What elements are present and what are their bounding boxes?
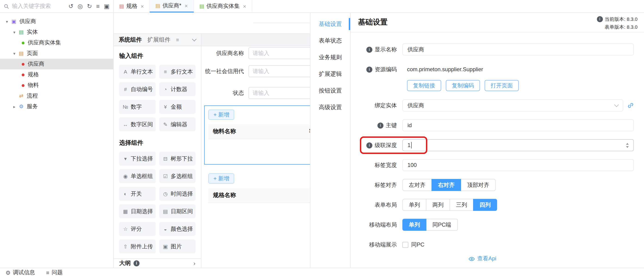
tree-item-entity-folder[interactable]: ▾ ▤ 实体 — [0, 27, 113, 38]
nav-extension-logic[interactable]: 扩展逻辑 — [310, 66, 350, 82]
tree-item-page-material[interactable]: 物料 — [0, 80, 113, 91]
palette-item-dropdown-select[interactable]: ▾下拉选择 — [119, 152, 156, 166]
tab-supplier[interactable]: ▤ 供应商* × — [150, 0, 194, 13]
export-icon[interactable]: ▣ — [104, 3, 110, 9]
palette-item-switch[interactable]: ◐开关 — [119, 187, 156, 201]
caret-right-icon[interactable]: ▸ — [11, 104, 18, 109]
palette-item-file-upload[interactable]: ⇧附件上传 — [119, 239, 156, 253]
tree-item-page-spec[interactable]: 规格 — [0, 69, 113, 80]
subtable-material-selected[interactable]: + 新增 物料名称 S — [204, 105, 310, 165]
tree-item-page-folder[interactable]: ▾ ▤ 页面 — [0, 48, 113, 59]
canvas-field-status[interactable]: 状态 请输入 — [202, 87, 310, 99]
nav-basic-settings[interactable]: 基础设置 — [310, 16, 350, 32]
text-input[interactable]: 请输入 — [248, 87, 310, 99]
copy-code-button[interactable]: 复制编码 — [446, 80, 480, 91]
tab-system-components[interactable]: 系统组件 — [119, 36, 142, 44]
add-row-button[interactable]: + 新增 — [208, 173, 234, 184]
add-row-button[interactable]: + 新增 — [208, 110, 234, 120]
close-icon[interactable]: × — [243, 3, 246, 10]
tree-item-page-supplier[interactable]: 供应商 — [0, 59, 113, 69]
list-icon[interactable]: ≡ — [176, 37, 179, 43]
palette-item-color-picker[interactable]: ◒颜色选择 — [159, 222, 196, 236]
close-icon[interactable]: × — [184, 3, 188, 9]
palette-item-single-line-text[interactable]: A单行文本 — [119, 65, 156, 79]
info-icon[interactable]: i — [366, 47, 372, 53]
caret-down-icon[interactable]: ▾ — [11, 51, 18, 56]
cascade-depth-input[interactable]: 1 — [402, 139, 634, 151]
problems-button[interactable]: ≡ 问题 — [46, 269, 63, 276]
palette-item-multi-line-text[interactable]: ≡多行文本 — [159, 65, 196, 79]
debug-info-button[interactable]: ⚙ 调试信息 — [6, 269, 35, 276]
info-icon[interactable]: i — [378, 122, 384, 128]
subtable-spec[interactable]: + 新增 规格名称 — [204, 169, 310, 228]
palette-item-auto-number[interactable]: #自动编号 — [119, 82, 156, 96]
info-icon[interactable]: i — [366, 142, 372, 148]
align-left-button[interactable]: 左对齐 — [402, 179, 432, 191]
palette-item-date-picker[interactable]: ▦日期选择 — [119, 204, 156, 218]
step-up-icon[interactable] — [626, 143, 629, 145]
mobile-same-pc-button[interactable]: 同PC端 — [426, 219, 458, 231]
nav-button-settings[interactable]: 按钮设置 — [310, 82, 350, 99]
palette-item-checkbox-group[interactable]: ☑多选框组 — [159, 169, 196, 183]
mobile-one-col-button[interactable]: 单列 — [402, 219, 426, 231]
label-width-input[interactable]: 100 — [402, 159, 634, 171]
layout-three-col-button[interactable]: 三列 — [450, 199, 474, 211]
canvas-field-credit-code[interactable]: 统一社会信用代 请输入 — [202, 65, 310, 77]
tree-item-process[interactable]: ⇄ 流程 — [0, 91, 113, 101]
search-area[interactable]: 输入关键字搜索 ↺ ◎ ↻ ≡ ▣ — [0, 0, 114, 13]
layout-four-col-button[interactable]: 四列 — [473, 199, 497, 211]
open-page-button[interactable]: 打开页面 — [484, 80, 519, 91]
shield-check-icon[interactable]: ◎ — [78, 3, 83, 9]
close-icon[interactable]: × — [141, 3, 144, 10]
view-api-link[interactable]: 查看Api — [468, 255, 644, 263]
tree-item-supplier-root[interactable]: ▾ ▣ 供应商 — [0, 16, 113, 27]
palette-item-radio-group[interactable]: ◉单选框组 — [119, 169, 156, 183]
mobile-layout-group: 单列 同PC端 — [402, 219, 458, 231]
layout-two-col-button[interactable]: 两列 — [426, 199, 450, 211]
primary-key-input[interactable]: id — [402, 119, 634, 131]
align-right-button[interactable]: 右对齐 — [432, 179, 461, 191]
chevron-right-icon[interactable]: › — [193, 260, 196, 267]
palette-item-time-picker[interactable]: ◷时间选择 — [159, 187, 196, 201]
copy-link-button[interactable]: 复制链接 — [407, 80, 441, 91]
tree-item-supplier-entity-set[interactable]: 供应商实体集 — [0, 38, 113, 48]
tree-item-service[interactable]: ▸ ⚙ 服务 — [0, 101, 113, 112]
nav-advanced-settings[interactable]: 高级设置 — [310, 99, 350, 116]
tab-spec[interactable]: ▤ 规格 × — [114, 0, 150, 13]
palette-item-tree-select[interactable]: ⊟树形下拉 — [159, 152, 196, 166]
palette-item-number-range[interactable]: ↔数字区间 — [119, 117, 156, 131]
same-pc-checkbox[interactable] — [402, 242, 408, 248]
caret-down-icon[interactable]: ▾ — [11, 30, 18, 35]
palette-item-number[interactable]: №数字 — [119, 100, 156, 114]
checkbox-label: 同PC — [411, 241, 424, 248]
canvas-field-supplier-name[interactable]: 供应商名称 请输入 — [202, 47, 310, 59]
field-label: 显示名称 — [375, 46, 397, 53]
tab-extension-components[interactable]: 扩展组件 — [147, 36, 170, 44]
number-stepper[interactable] — [622, 143, 629, 148]
chevron-down-icon[interactable] — [192, 37, 196, 41]
outline-footer[interactable]: 大纲 i › — [114, 258, 202, 268]
nav-business-rules[interactable]: 业务规则 — [310, 49, 350, 66]
caret-down-icon[interactable]: ▾ — [4, 19, 10, 24]
info-icon[interactable]: i — [366, 66, 372, 72]
palette-item-currency[interactable]: ¥金额 — [159, 100, 196, 114]
link-icon[interactable] — [627, 102, 634, 109]
palette-item-date-range[interactable]: ▤日期区间 — [159, 204, 196, 218]
text-input[interactable]: 请输入 — [248, 65, 310, 77]
palette-item-image[interactable]: ▣图片 — [159, 239, 196, 253]
list-settings-icon[interactable]: ≡ — [96, 3, 100, 9]
align-top-button[interactable]: 顶部对齐 — [460, 179, 496, 191]
palette-item-counter[interactable]: ◔计数器 — [159, 82, 196, 96]
palette-item-rating[interactable]: ☆评分 — [119, 222, 156, 236]
step-down-icon[interactable] — [626, 146, 629, 148]
text-input[interactable]: 请输入 — [248, 47, 310, 59]
display-name-input[interactable]: 供应商 — [402, 44, 634, 56]
refresh-ccw-icon[interactable]: ↺ — [68, 3, 74, 9]
bind-entity-select[interactable]: 供应商 — [402, 99, 623, 111]
tab-supplier-entity-set[interactable]: ▤ 供应商实体集 × — [194, 0, 252, 13]
refresh-cw-icon[interactable]: ↻ — [87, 3, 92, 9]
info-icon[interactable]: i — [134, 260, 140, 266]
layout-one-col-button[interactable]: 单列 — [402, 199, 426, 211]
palette-item-editor[interactable]: ✎编辑器 — [159, 117, 196, 131]
nav-form-state[interactable]: 表单状态 — [310, 32, 350, 49]
